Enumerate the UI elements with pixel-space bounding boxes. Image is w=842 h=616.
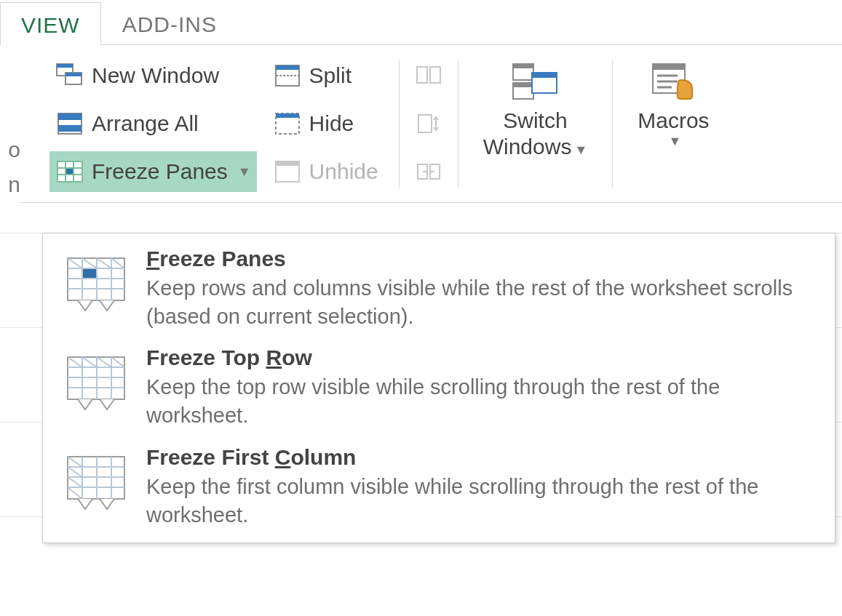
switch-windows-label-2: Windows — [483, 135, 572, 159]
svg-rect-26 — [513, 64, 533, 68]
unhide-icon — [273, 157, 302, 186]
svg-rect-14 — [276, 65, 299, 70]
menu-item-freeze-panes[interactable]: Freeze Panes Keep rows and columns visib… — [43, 239, 835, 338]
menu-item-desc: Keep the top row visible while scrolling… — [146, 373, 814, 430]
separator — [399, 60, 400, 188]
menu-item-title: Freeze Top Row — [146, 345, 814, 370]
svg-rect-17 — [276, 113, 299, 118]
chevron-down-icon: ▼ — [574, 143, 587, 157]
chevron-down-icon: ▼ — [640, 134, 709, 150]
svg-rect-12 — [66, 169, 73, 174]
menu-item-title: Freeze Panes — [146, 247, 814, 271]
switch-windows-icon — [510, 60, 560, 103]
split-button[interactable]: Split — [267, 55, 384, 96]
freeze-panes-menu: Freeze Panes Keep rows and columns visib… — [42, 233, 835, 543]
unhide-button: Unhide — [267, 151, 384, 192]
svg-rect-19 — [276, 161, 299, 166]
synchronous-scrolling-button — [414, 103, 443, 144]
menu-item-title: Freeze First Column — [146, 445, 814, 470]
svg-rect-28 — [513, 83, 533, 87]
split-label: Split — [309, 63, 352, 88]
svg-rect-32 — [653, 64, 685, 70]
menu-item-desc: Keep the first column visible while scro… — [146, 473, 814, 529]
svg-rect-30 — [532, 73, 557, 78]
chevron-down-icon: ▼ — [238, 164, 251, 180]
macros-label: Macros — [638, 108, 709, 134]
macros-dropdown[interactable]: Macros ▼ — [627, 55, 719, 154]
arrange-all-label: Arrange All — [92, 111, 199, 136]
svg-rect-22 — [418, 115, 432, 132]
menu-item-freeze-first-column[interactable]: Freeze First Column Keep the first colum… — [43, 438, 835, 537]
separator — [612, 60, 613, 188]
freeze-top-row-large-icon — [63, 351, 129, 417]
split-icon — [273, 61, 302, 90]
tab-view[interactable]: VIEW — [0, 2, 101, 45]
macros-icon — [648, 60, 698, 103]
switch-windows-label-1: Switch — [483, 108, 588, 134]
svg-rect-20 — [417, 67, 427, 83]
hide-label: Hide — [309, 111, 354, 136]
arrange-all-button[interactable]: Arrange All — [49, 103, 257, 144]
svg-rect-1 — [57, 64, 73, 68]
separator — [458, 60, 458, 188]
reset-window-icon — [416, 159, 442, 185]
ribbon-window-group: New Window Arrange All — [20, 45, 842, 203]
menu-item-freeze-top-row[interactable]: Freeze Top Row Keep the top row visible … — [43, 338, 835, 437]
hide-icon — [273, 109, 302, 138]
svg-rect-3 — [65, 73, 82, 76]
view-side-by-side-button — [414, 55, 443, 96]
arrange-all-icon — [55, 109, 84, 138]
freeze-panes-icon — [55, 157, 84, 186]
freeze-panes-dropdown[interactable]: Freeze Panes ▼ — [49, 151, 257, 192]
svg-rect-6 — [58, 125, 82, 132]
freeze-panes-large-icon — [63, 252, 129, 318]
freeze-panes-label: Freeze Panes — [92, 159, 228, 184]
freeze-first-column-large-icon — [63, 451, 129, 516]
sync-scroll-icon — [416, 111, 442, 137]
svg-rect-47 — [83, 269, 96, 278]
side-by-side-icon — [416, 63, 442, 89]
tab-addins[interactable]: ADD-INS — [101, 1, 238, 44]
reset-window-position-button — [414, 151, 443, 192]
hide-button[interactable]: Hide — [267, 103, 384, 144]
unhide-label: Unhide — [309, 159, 378, 184]
new-window-icon — [55, 61, 84, 90]
menu-item-desc: Keep rows and columns visible while the … — [146, 274, 814, 331]
new-window-button[interactable]: New Window — [49, 55, 257, 96]
svg-rect-5 — [58, 113, 82, 120]
new-window-label: New Window — [92, 63, 219, 88]
cutoff-left-group-label: o n — [0, 45, 20, 203]
switch-windows-dropdown[interactable]: Switch Windows▼ — [473, 55, 598, 164]
ribbon-tabs: VIEW ADD-INS — [0, 0, 842, 45]
svg-rect-21 — [430, 67, 440, 83]
